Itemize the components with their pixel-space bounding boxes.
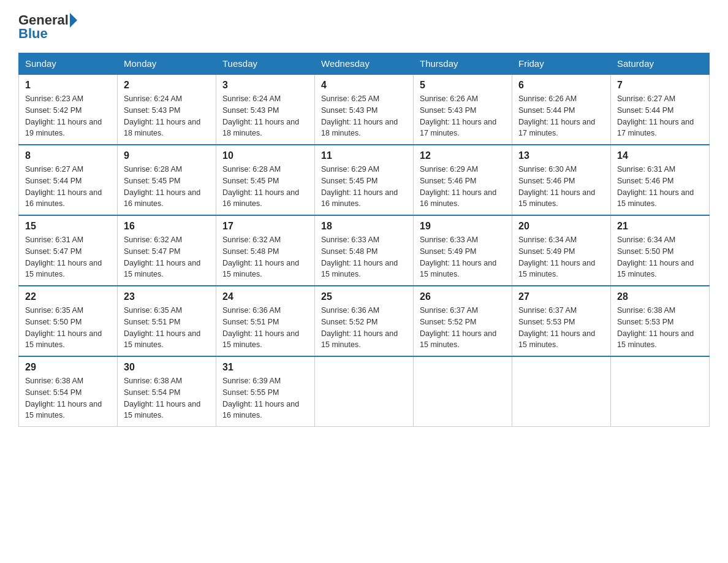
day-number: 8 (25, 150, 111, 161)
day-info: Sunrise: 6:38 AMSunset: 5:53 PMDaylight:… (617, 306, 694, 349)
day-info: Sunrise: 6:23 AMSunset: 5:42 PMDaylight:… (25, 94, 102, 137)
day-info: Sunrise: 6:31 AMSunset: 5:46 PMDaylight:… (617, 165, 694, 208)
day-info: Sunrise: 6:26 AMSunset: 5:44 PMDaylight:… (518, 94, 595, 137)
day-number: 2 (124, 80, 210, 91)
day-number: 12 (420, 150, 506, 161)
day-number: 26 (420, 291, 506, 302)
calendar-cell: 27 Sunrise: 6:37 AMSunset: 5:53 PMDaylig… (512, 286, 611, 356)
day-info: Sunrise: 6:32 AMSunset: 5:48 PMDaylight:… (222, 236, 299, 278)
calendar-cell: 22 Sunrise: 6:35 AMSunset: 5:50 PMDaylig… (19, 286, 118, 356)
day-info: Sunrise: 6:36 AMSunset: 5:51 PMDaylight:… (222, 306, 299, 349)
day-info: Sunrise: 6:31 AMSunset: 5:47 PMDaylight:… (25, 236, 102, 278)
calendar-week-row: 22 Sunrise: 6:35 AMSunset: 5:50 PMDaylig… (19, 286, 710, 356)
calendar-week-row: 8 Sunrise: 6:27 AMSunset: 5:44 PMDayligh… (19, 145, 710, 215)
calendar-cell: 18 Sunrise: 6:33 AMSunset: 5:48 PMDaylig… (315, 215, 414, 286)
weekday-header-row: SundayMondayTuesdayWednesdayThursdayFrid… (19, 53, 710, 75)
calendar-week-row: 1 Sunrise: 6:23 AMSunset: 5:42 PMDayligh… (19, 74, 710, 145)
day-number: 5 (420, 80, 506, 91)
day-info: Sunrise: 6:34 AMSunset: 5:50 PMDaylight:… (617, 236, 694, 278)
calendar-cell (315, 356, 414, 427)
calendar-cell: 16 Sunrise: 6:32 AMSunset: 5:47 PMDaylig… (118, 215, 216, 286)
calendar-cell: 5 Sunrise: 6:26 AMSunset: 5:43 PMDayligh… (414, 74, 512, 145)
day-number: 17 (222, 221, 308, 232)
calendar-cell: 29 Sunrise: 6:38 AMSunset: 5:54 PMDaylig… (19, 356, 118, 427)
day-number: 9 (124, 150, 210, 161)
day-info: Sunrise: 6:37 AMSunset: 5:52 PMDaylight:… (420, 306, 496, 349)
day-info: Sunrise: 6:33 AMSunset: 5:49 PMDaylight:… (420, 236, 496, 278)
day-number: 4 (321, 80, 407, 91)
day-info: Sunrise: 6:25 AMSunset: 5:43 PMDaylight:… (321, 94, 398, 137)
day-number: 21 (617, 221, 703, 232)
day-info: Sunrise: 6:32 AMSunset: 5:47 PMDaylight:… (124, 236, 200, 278)
day-info: Sunrise: 6:38 AMSunset: 5:54 PMDaylight:… (25, 377, 102, 419)
calendar-cell: 10 Sunrise: 6:28 AMSunset: 5:45 PMDaylig… (216, 145, 315, 215)
calendar-cell: 28 Sunrise: 6:38 AMSunset: 5:53 PMDaylig… (611, 286, 710, 356)
day-info: Sunrise: 6:27 AMSunset: 5:44 PMDaylight:… (25, 165, 102, 208)
calendar-cell: 20 Sunrise: 6:34 AMSunset: 5:49 PMDaylig… (512, 215, 611, 286)
day-number: 14 (617, 150, 703, 161)
page-header: General Blue (18, 12, 710, 42)
logo: General Blue (18, 12, 77, 42)
day-number: 16 (124, 221, 210, 232)
calendar-cell: 25 Sunrise: 6:36 AMSunset: 5:52 PMDaylig… (315, 286, 414, 356)
day-info: Sunrise: 6:29 AMSunset: 5:46 PMDaylight:… (420, 165, 496, 208)
day-info: Sunrise: 6:36 AMSunset: 5:52 PMDaylight:… (321, 306, 398, 349)
day-number: 23 (124, 291, 210, 302)
day-number: 25 (321, 291, 407, 302)
calendar-cell: 13 Sunrise: 6:30 AMSunset: 5:46 PMDaylig… (512, 145, 611, 215)
day-number: 1 (25, 80, 111, 91)
day-number: 30 (124, 362, 210, 373)
calendar-week-row: 29 Sunrise: 6:38 AMSunset: 5:54 PMDaylig… (19, 356, 710, 427)
calendar-week-row: 15 Sunrise: 6:31 AMSunset: 5:47 PMDaylig… (19, 215, 710, 286)
calendar-cell (414, 356, 512, 427)
day-info: Sunrise: 6:38 AMSunset: 5:54 PMDaylight:… (124, 377, 200, 419)
day-info: Sunrise: 6:35 AMSunset: 5:51 PMDaylight:… (124, 306, 200, 349)
calendar-cell: 4 Sunrise: 6:25 AMSunset: 5:43 PMDayligh… (315, 74, 414, 145)
day-number: 24 (222, 291, 308, 302)
calendar-cell: 3 Sunrise: 6:24 AMSunset: 5:43 PMDayligh… (216, 74, 315, 145)
day-info: Sunrise: 6:33 AMSunset: 5:48 PMDaylight:… (321, 236, 398, 278)
calendar-cell: 6 Sunrise: 6:26 AMSunset: 5:44 PMDayligh… (512, 74, 611, 145)
calendar-cell: 2 Sunrise: 6:24 AMSunset: 5:43 PMDayligh… (118, 74, 216, 145)
weekday-header-tuesday: Tuesday (216, 53, 315, 75)
weekday-header-saturday: Saturday (611, 53, 710, 75)
day-info: Sunrise: 6:27 AMSunset: 5:44 PMDaylight:… (617, 94, 694, 137)
day-info: Sunrise: 6:35 AMSunset: 5:50 PMDaylight:… (25, 306, 102, 349)
day-info: Sunrise: 6:30 AMSunset: 5:46 PMDaylight:… (518, 165, 595, 208)
day-info: Sunrise: 6:37 AMSunset: 5:53 PMDaylight:… (518, 306, 595, 349)
day-number: 28 (617, 291, 703, 302)
calendar-cell (611, 356, 710, 427)
day-info: Sunrise: 6:29 AMSunset: 5:45 PMDaylight:… (321, 165, 398, 208)
calendar-cell: 31 Sunrise: 6:39 AMSunset: 5:55 PMDaylig… (216, 356, 315, 427)
calendar-cell: 11 Sunrise: 6:29 AMSunset: 5:45 PMDaylig… (315, 145, 414, 215)
day-number: 13 (518, 150, 604, 161)
day-info: Sunrise: 6:28 AMSunset: 5:45 PMDaylight:… (222, 165, 299, 208)
calendar-cell: 12 Sunrise: 6:29 AMSunset: 5:46 PMDaylig… (414, 145, 512, 215)
calendar-cell: 8 Sunrise: 6:27 AMSunset: 5:44 PMDayligh… (19, 145, 118, 215)
calendar-cell: 17 Sunrise: 6:32 AMSunset: 5:48 PMDaylig… (216, 215, 315, 286)
calendar-cell: 30 Sunrise: 6:38 AMSunset: 5:54 PMDaylig… (118, 356, 216, 427)
day-number: 31 (222, 362, 308, 373)
calendar-cell: 7 Sunrise: 6:27 AMSunset: 5:44 PMDayligh… (611, 74, 710, 145)
calendar-cell (512, 356, 611, 427)
weekday-header-wednesday: Wednesday (315, 53, 414, 75)
calendar-cell: 14 Sunrise: 6:31 AMSunset: 5:46 PMDaylig… (611, 145, 710, 215)
day-number: 19 (420, 221, 506, 232)
calendar-cell: 1 Sunrise: 6:23 AMSunset: 5:42 PMDayligh… (19, 74, 118, 145)
day-number: 22 (25, 291, 111, 302)
day-info: Sunrise: 6:34 AMSunset: 5:49 PMDaylight:… (518, 236, 595, 278)
day-number: 10 (222, 150, 308, 161)
day-number: 20 (518, 221, 604, 232)
weekday-header-thursday: Thursday (414, 53, 512, 75)
calendar-cell: 24 Sunrise: 6:36 AMSunset: 5:51 PMDaylig… (216, 286, 315, 356)
day-number: 11 (321, 150, 407, 161)
calendar-cell: 9 Sunrise: 6:28 AMSunset: 5:45 PMDayligh… (118, 145, 216, 215)
weekday-header-sunday: Sunday (19, 53, 118, 75)
calendar-cell: 21 Sunrise: 6:34 AMSunset: 5:50 PMDaylig… (611, 215, 710, 286)
day-number: 6 (518, 80, 604, 91)
weekday-header-monday: Monday (118, 53, 216, 75)
calendar-cell: 19 Sunrise: 6:33 AMSunset: 5:49 PMDaylig… (414, 215, 512, 286)
day-info: Sunrise: 6:24 AMSunset: 5:43 PMDaylight:… (124, 94, 200, 137)
day-info: Sunrise: 6:28 AMSunset: 5:45 PMDaylight:… (124, 165, 200, 208)
weekday-header-friday: Friday (512, 53, 611, 75)
